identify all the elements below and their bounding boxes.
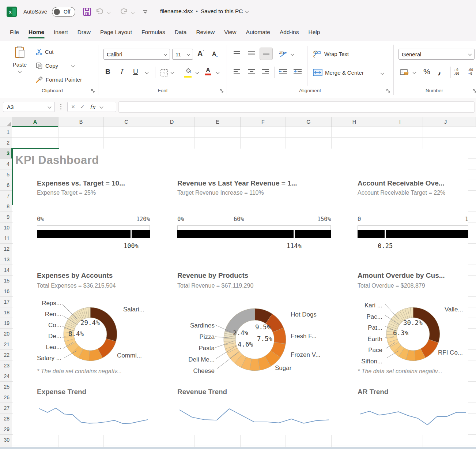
alignment-dialog-launcher-icon[interactable] [386, 89, 390, 93]
ribbon-tab-add-ins[interactable]: Add-ins [275, 25, 304, 39]
row-header-29[interactable]: 29 [0, 424, 12, 435]
autosave-toggle[interactable]: Off [52, 7, 75, 17]
redo-dropdown-icon[interactable] [131, 11, 135, 14]
column-header-E[interactable]: E [195, 117, 241, 127]
accounting-format-button[interactable] [400, 68, 411, 78]
font-dialog-launcher-icon[interactable] [219, 89, 224, 93]
increase-indent-icon[interactable] [293, 69, 302, 75]
column-header-G[interactable]: G [286, 117, 332, 127]
row-header-11[interactable]: 11 [0, 233, 12, 244]
row-header-28[interactable]: 28 [0, 414, 12, 424]
comma-style-button[interactable]: , [438, 65, 441, 76]
align-right-icon[interactable] [262, 69, 269, 75]
column-header-J[interactable]: J [423, 117, 468, 127]
kpi-dashboard-object[interactable]: KPI Dashboard Expenses vs. Target = 10..… [13, 149, 468, 435]
font-name-combo[interactable]: Calibri [103, 49, 170, 60]
copy-dropdown-icon[interactable] [71, 64, 75, 68]
italic-button[interactable]: I [120, 68, 123, 76]
number-dialog-launcher-icon[interactable] [472, 89, 476, 93]
increase-decimal-button[interactable]: ←0.00 [453, 68, 459, 75]
row-header-26[interactable]: 26 [0, 392, 12, 403]
column-header-B[interactable]: B [58, 117, 104, 127]
document-title[interactable]: filename.xlsx • Saved to this PC [160, 8, 248, 15]
font-color-dropdown-icon[interactable] [216, 71, 220, 74]
borders-icon[interactable] [160, 69, 168, 77]
ribbon-tab-formulas[interactable]: Formulas [137, 25, 170, 39]
row-header-3[interactable]: 3 [0, 148, 12, 159]
row-header-9[interactable]: 9 [0, 212, 12, 222]
undo-dropdown-icon[interactable] [107, 11, 111, 14]
ribbon-tab-page-layout[interactable]: Page Layout [95, 25, 137, 39]
row-header-7[interactable]: 7 [0, 191, 12, 201]
row-header-14[interactable]: 14 [0, 265, 12, 276]
format-painter-button[interactable]: Format Painter [36, 76, 82, 83]
accounting-dropdown-icon[interactable] [413, 71, 416, 74]
clipboard-dialog-launcher-icon[interactable] [91, 89, 95, 93]
orientation-dropdown-icon[interactable] [291, 52, 294, 56]
redo-icon[interactable] [120, 7, 129, 16]
align-middle-icon[interactable] [248, 50, 255, 56]
number-format-combo[interactable]: General [398, 49, 475, 60]
insert-function-icon[interactable]: fx [90, 104, 95, 111]
row-header-6[interactable]: 6 [0, 180, 12, 191]
row-header-8[interactable]: 8 [0, 201, 12, 212]
percent-style-button[interactable]: % [423, 67, 430, 76]
fx-dropdown-icon[interactable] [100, 105, 103, 108]
name-box[interactable]: A3 [3, 102, 55, 112]
row-header-2[interactable]: 2 [0, 138, 12, 148]
formula-input[interactable] [118, 101, 475, 113]
column-header-F[interactable]: F [241, 117, 286, 127]
column-header-H[interactable]: H [332, 117, 377, 127]
borders-dropdown-icon[interactable] [171, 71, 174, 74]
row-header-15[interactable]: 15 [0, 276, 12, 286]
ribbon-tab-data[interactable]: Data [170, 25, 192, 39]
ribbon-tab-home[interactable]: Home [24, 25, 49, 39]
row-header-17[interactable]: 17 [0, 297, 12, 307]
underline-button[interactable]: U [133, 68, 138, 76]
font-color-button[interactable]: A [205, 67, 211, 75]
decrease-indent-icon[interactable] [279, 69, 287, 75]
row-header-30[interactable]: 30 [0, 435, 12, 445]
row-header-10[interactable]: 10 [0, 222, 12, 233]
decrease-font-size-button[interactable]: Aˆ [212, 51, 218, 57]
row-header-13[interactable]: 13 [0, 254, 12, 265]
ribbon-tab-automate[interactable]: Automate [241, 25, 275, 39]
align-bottom-button[interactable] [260, 48, 273, 60]
ribbon-tab-draw[interactable]: Draw [73, 25, 95, 39]
fill-color-dropdown-icon[interactable] [196, 71, 199, 74]
row-header-5[interactable]: 5 [0, 169, 12, 180]
orientation-button[interactable]: ab [279, 50, 288, 59]
ribbon-tab-insert[interactable]: Insert [49, 25, 73, 39]
column-header-I[interactable]: I [377, 117, 423, 127]
align-top-icon[interactable] [233, 50, 241, 56]
row-header-4[interactable]: 4 [0, 159, 12, 169]
merge-center-button[interactable]: Merge & Center [313, 69, 364, 76]
row-header-21[interactable]: 21 [0, 339, 12, 350]
underline-dropdown-icon[interactable] [145, 71, 149, 74]
merge-center-dropdown-icon[interactable] [381, 71, 384, 75]
undo-icon[interactable] [95, 7, 104, 16]
ribbon-tab-file[interactable]: File [5, 25, 24, 39]
cancel-icon[interactable]: × [71, 103, 75, 111]
row-header-19[interactable]: 19 [0, 318, 12, 329]
row-header-24[interactable]: 24 [0, 371, 12, 382]
bold-button[interactable]: B [105, 68, 110, 76]
customize-toolbar-icon[interactable] [143, 10, 148, 15]
select-all-corner[interactable] [0, 117, 12, 127]
fill-color-button[interactable] [184, 67, 193, 78]
align-center-icon[interactable] [248, 69, 255, 75]
cut-button[interactable]: Cut [36, 48, 53, 55]
row-header-16[interactable]: 16 [0, 286, 12, 297]
row-header-22[interactable]: 22 [0, 350, 12, 360]
row-header-23[interactable]: 23 [0, 360, 12, 371]
decrease-decimal-button[interactable]: .00→0 [467, 68, 473, 75]
increase-font-size-button[interactable]: Aˆ [197, 50, 204, 57]
column-header-C[interactable]: C [104, 117, 149, 127]
ribbon-tab-help[interactable]: Help [303, 25, 325, 39]
row-header-1[interactable]: 1 [0, 127, 12, 138]
copy-button[interactable]: Copy [36, 62, 58, 69]
enter-icon[interactable]: ✓ [80, 104, 85, 110]
font-size-combo[interactable]: 11 [172, 49, 193, 60]
row-header-20[interactable]: 20 [0, 329, 12, 339]
row-header-25[interactable]: 25 [0, 382, 12, 392]
